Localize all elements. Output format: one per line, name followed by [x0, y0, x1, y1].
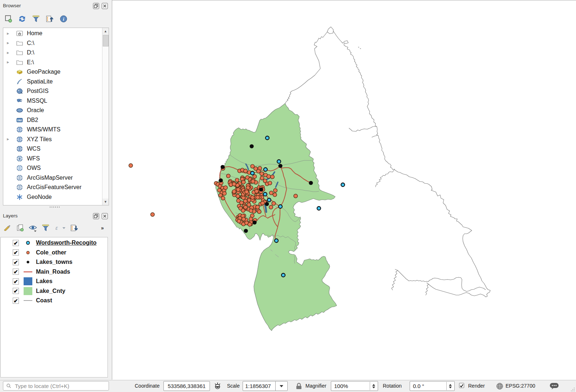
svg-text:V: V: [19, 158, 21, 160]
svg-text:ε: ε: [56, 225, 58, 231]
svg-text:DB2: DB2: [17, 119, 22, 122]
svg-text:i: i: [63, 16, 64, 22]
